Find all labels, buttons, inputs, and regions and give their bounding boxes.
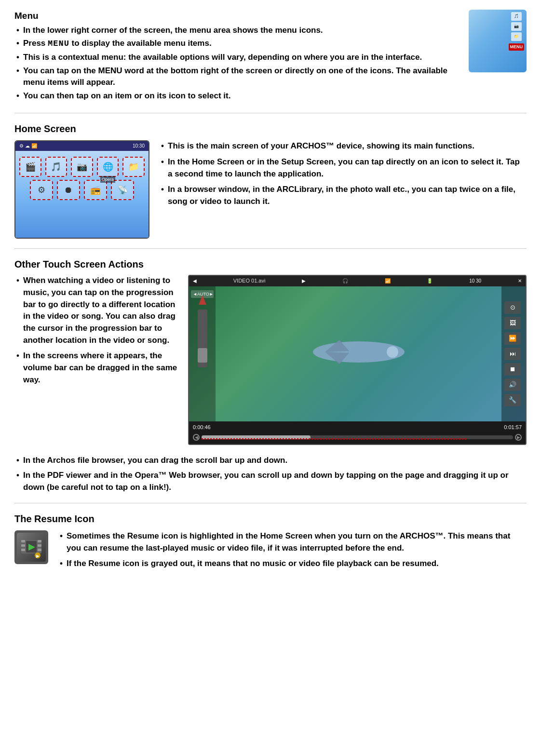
resume-bullets-list: Sometimes the Resume icon is highlighted…: [58, 530, 527, 570]
video-volume-area: [191, 310, 214, 367]
ctrl-btn-volume[interactable]: 🔊: [504, 378, 521, 391]
video-left-controls: ◄AUTO►: [189, 286, 216, 421]
svg-rect-10: [38, 549, 41, 551]
resume-icon-image: ▶: [14, 530, 48, 564]
menu-icon-3: 📁: [511, 32, 522, 41]
volume-track: [198, 310, 207, 367]
home-app-icon-photo: 📷: [71, 157, 93, 177]
menu-title: Menu: [14, 10, 459, 23]
other-bullet-1: When watching a video or listening to mu…: [14, 275, 178, 346]
menu-bullet-2: Press MENU to display the available menu…: [14, 38, 459, 50]
progress-dotted-arrow: [202, 438, 466, 440]
video-title: VIDEO 01.avi: [233, 277, 266, 284]
home-section: Home Screen ⚙ ☁ 📶 10:30 🎬 🎵 📷 🌐 Opera 📁: [14, 122, 527, 239]
menu-keyword: MENU: [48, 39, 69, 48]
divider-1: [14, 113, 527, 113]
svg-rect-6: [21, 544, 25, 547]
home-screen-title: Home Screen: [14, 122, 527, 135]
home-app-icon-bt: 📡: [111, 180, 134, 200]
video-time-start: 0:00:46: [193, 424, 211, 431]
home-app-icon-folder: 📁: [122, 157, 145, 177]
progress-left-arrow: ◀: [193, 434, 200, 441]
svg-rect-9: [38, 544, 41, 547]
opera-label: Opera: [100, 176, 115, 183]
video-time-display: 10 30: [469, 278, 481, 284]
extra-bullets-list: In the Archos file browser, you can drag…: [14, 455, 527, 493]
video-back-icon: ◀: [193, 278, 197, 284]
resume-bullet-1: Sometimes the Resume icon is highlighted…: [58, 530, 527, 554]
ctrl-btn-forward[interactable]: ⏩: [504, 332, 521, 345]
progress-track[interactable]: [202, 435, 513, 439]
ctrl-btn-settings[interactable]: 🔧: [504, 394, 521, 406]
video-battery-icon: 🔋: [427, 278, 433, 284]
video-main: ◄AUTO►: [189, 286, 526, 421]
other-touch-section: Other Touch Screen Actions When watching…: [14, 257, 527, 445]
ctrl-btn-zoom[interactable]: ⊙: [504, 301, 521, 314]
resume-icon-svg: ▶: [19, 535, 43, 559]
video-headphone-icon: 🎧: [342, 278, 348, 284]
home-screen-icons-grid: 🎬 🎵 📷 🌐 Opera 📁 ⚙ ⏺ 📻 📡: [15, 151, 149, 238]
video-screenshot: ◀ VIDEO 01.avi ▶ 🎧 📶 🔋 10 30 ✕ ◄AUTO►: [188, 275, 527, 445]
menu-icon-1: 🎵: [511, 12, 522, 21]
menu-image-inner: 🎵 📷 📁 MENU: [469, 10, 527, 72]
volume-handle: [198, 348, 207, 363]
resume-section-title: The Resume Icon: [14, 512, 527, 526]
menu-word-badge: MENU: [509, 43, 525, 51]
video-top-bar: ◀ VIDEO 01.avi ▶ 🎧 📶 🔋 10 30 ✕: [189, 276, 526, 286]
resume-section: The Resume Icon ▶: [14, 512, 527, 574]
divider-3: [14, 503, 527, 503]
svg-point-3: [387, 346, 398, 358]
video-time-row: 0:00:46 0:01:57: [193, 424, 522, 431]
home-icon-row-1: 🎬 🎵 📷 🌐 Opera 📁: [19, 157, 145, 177]
ctrl-btn-screenshot[interactable]: 🖼: [504, 317, 521, 329]
other-bullet-2: In the screens where it appears, the vol…: [14, 350, 178, 386]
volume-arrow-up: [199, 295, 206, 305]
menu-icon-bar: 🎵 📷 📁 MENU: [509, 12, 525, 51]
video-progress-container: ◀ ▶: [193, 433, 522, 442]
home-screen-icons-left: ⚙ ☁ 📶: [19, 143, 37, 149]
progress-right-arrow: ▶: [515, 434, 522, 441]
home-app-icon-settings: ⚙: [30, 180, 53, 200]
menu-bullet-3: This is a contextual menu: the available…: [14, 52, 459, 64]
home-screen-top-bar: ⚙ ☁ 📶 10:30: [15, 141, 149, 151]
extra-bullet-2: In the PDF viewer and in the Opera™ Web …: [14, 470, 527, 493]
extra-bullet-1: In the Archos file browser, you can drag…: [14, 455, 527, 467]
ctrl-btn-bookmark[interactable]: ⏹: [504, 363, 521, 376]
svg-text:▶: ▶: [36, 554, 40, 558]
home-app-icon-radio: 📻: [84, 180, 107, 200]
menu-bullet-1: In the lower right corner of the screen,…: [14, 25, 459, 37]
resume-icon-inner: ▶: [17, 533, 46, 562]
video-time-end: 0:01:57: [504, 424, 522, 431]
ctrl-btn-skip[interactable]: ⏭: [504, 348, 521, 360]
home-app-icon-opera: 🌐 Opera: [97, 157, 119, 177]
svg-rect-5: [21, 540, 25, 542]
svg-rect-8: [38, 540, 41, 542]
video-airplane: [311, 333, 407, 375]
video-close-icon: ✕: [518, 278, 522, 284]
video-bottom-bar: 0:00:46 0:01:57 ◀ ▶: [189, 421, 526, 444]
video-signal-icon: 📶: [385, 278, 391, 284]
other-content: When watching a video or listening to mu…: [14, 275, 527, 445]
home-app-icon-video: 🎬: [19, 157, 41, 177]
home-content: ⚙ ☁ 📶 10:30 🎬 🎵 📷 🌐 Opera 📁 ⚙ ⏺: [14, 140, 527, 239]
video-play-icon: ▶: [302, 278, 306, 284]
menu-section: Menu In the lower right corner of the sc…: [14, 10, 527, 103]
menu-bullet-4: You can tap on the MENU word at the bott…: [14, 65, 459, 89]
home-bullet-3: In a browser window, in the ARCLibrary, …: [159, 184, 527, 207]
menu-text-block: Menu In the lower right corner of the sc…: [14, 10, 459, 103]
resume-text-block: Sometimes the Resume icon is highlighted…: [58, 530, 527, 574]
home-bullet-2: In the Home Screen or in the Setup Scree…: [159, 156, 527, 180]
resume-bullet-2: If the Resume icon is grayed out, it mea…: [58, 558, 527, 570]
home-app-icon-music: 🎵: [45, 157, 68, 177]
home-app-icon-rec: ⏺: [57, 180, 80, 200]
home-screenshot: ⚙ ☁ 📶 10:30 🎬 🎵 📷 🌐 Opera 📁 ⚙ ⏺: [14, 140, 149, 239]
home-bullets-list: This is the main screen of your ARCHOS™ …: [159, 140, 527, 207]
other-bullets-list: When watching a video or listening to mu…: [14, 275, 178, 386]
menu-bullet-5: You can then tap on an item or on its ic…: [14, 90, 459, 102]
divider-2: [14, 248, 527, 249]
menu-screenshot: 🎵 📷 📁 MENU: [469, 10, 527, 72]
home-text-block: This is the main screen of your ARCHOS™ …: [159, 140, 527, 211]
svg-rect-7: [21, 549, 25, 551]
home-icon-row-2: ⚙ ⏺ 📻 📡: [19, 180, 145, 200]
resume-content: ▶ Sometimes the Resume icon is highlight…: [14, 530, 527, 574]
